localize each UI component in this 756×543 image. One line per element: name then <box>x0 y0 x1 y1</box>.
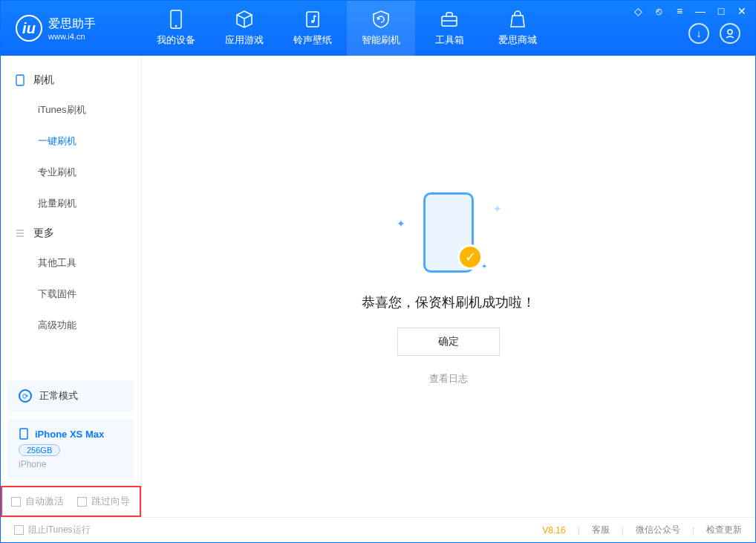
section-label: 刷机 <box>33 74 54 87</box>
mode-card[interactable]: ⟳ 正常模式 <box>8 380 134 412</box>
svg-point-3 <box>311 20 314 23</box>
wechat-link[interactable]: 微信公众号 <box>636 524 680 536</box>
sidebar-item-advanced[interactable]: 高级功能 <box>1 310 141 341</box>
storage-badge: 256GB <box>19 444 60 456</box>
svg-rect-2 <box>307 12 319 27</box>
svg-point-5 <box>728 30 732 34</box>
body-area: 刷机 iTunes刷机 一键刷机 专业刷机 批量刷机 更多 其他工具 下载固件 … <box>1 56 755 517</box>
minimize-button[interactable]: — <box>694 5 706 17</box>
device-type: iPhone <box>19 459 123 469</box>
tab-device[interactable]: 我的设备 <box>142 1 210 56</box>
section-label: 更多 <box>33 227 54 240</box>
sidebar-item-itunes[interactable]: iTunes刷机 <box>1 94 141 126</box>
tab-store[interactable]: 爱思商城 <box>483 1 552 56</box>
highlighted-options: 自动激活 跳过向导 <box>1 486 141 517</box>
skip-guide-checkbox[interactable]: 跳过向导 <box>77 495 130 508</box>
close-button[interactable]: ✕ <box>736 5 748 17</box>
mode-label: 正常模式 <box>39 389 78 403</box>
sidebar-section-more: 更多 <box>1 219 141 247</box>
tab-label: 智能刷机 <box>362 33 400 47</box>
sidebar-bottom: ⟳ 正常模式 iPhone XS Max 256GB iPhone <box>1 373 141 486</box>
success-message: 恭喜您，保资料刷机成功啦！ <box>362 293 535 311</box>
success-illustration: ✦ ✦ ✦ ✓ <box>389 188 508 277</box>
version-label: V8.16 <box>542 525 565 536</box>
block-itunes-checkbox[interactable]: 阻止iTunes运行 <box>14 524 91 536</box>
device-card[interactable]: iPhone XS Max 256GB iPhone <box>8 419 134 478</box>
support-link[interactable]: 客服 <box>592 524 610 536</box>
maximize-button[interactable]: □ <box>715 5 727 17</box>
refresh-shield-icon <box>371 10 391 29</box>
sparkle-icon: ✦ <box>493 203 499 209</box>
nav-tabs: 我的设备 应用游戏 铃声壁纸 智能刷机 工具箱 爱思商城 <box>142 1 552 56</box>
separator: | <box>578 525 580 536</box>
music-icon <box>303 10 322 29</box>
sidebar-item-pro[interactable]: 专业刷机 <box>1 157 141 188</box>
phone-small-icon <box>19 428 29 440</box>
statusbar: 阻止iTunes运行 V8.16 | 客服 | 微信公众号 | 检查更新 <box>1 517 755 542</box>
menu-icon[interactable]: ≡ <box>674 5 685 17</box>
sidebar-item-batch[interactable]: 批量刷机 <box>1 188 141 219</box>
list-icon <box>14 227 26 239</box>
titlebar: iu 爱思助手 www.i4.cn 我的设备 应用游戏 铃声壁纸 智能刷机 <box>1 1 755 56</box>
app-title: 爱思助手 <box>48 16 96 32</box>
auto-activate-checkbox[interactable]: 自动激活 <box>11 495 64 508</box>
device-name-row: iPhone XS Max <box>19 428 123 440</box>
statusbar-right: V8.16 | 客服 | 微信公众号 | 检查更新 <box>542 524 742 536</box>
sidebar-item-other[interactable]: 其他工具 <box>1 247 141 279</box>
tab-label: 爱思商城 <box>498 33 537 47</box>
checkbox-box <box>14 525 24 535</box>
lock-icon[interactable]: ⎋ <box>653 5 665 17</box>
checkbox-label: 自动激活 <box>25 495 64 508</box>
logo-area: iu 爱思助手 www.i4.cn <box>1 15 142 42</box>
ok-button[interactable]: 确定 <box>397 328 500 356</box>
tab-apps[interactable]: 应用游戏 <box>210 1 278 56</box>
check-update-link[interactable]: 检查更新 <box>706 524 742 536</box>
sidebar: 刷机 iTunes刷机 一键刷机 专业刷机 批量刷机 更多 其他工具 下载固件 … <box>1 56 142 517</box>
separator: | <box>692 525 694 536</box>
view-log-link[interactable]: 查看日志 <box>429 372 468 386</box>
checkbox-box <box>77 497 87 507</box>
device-name: iPhone XS Max <box>35 429 104 440</box>
user-icon[interactable] <box>720 23 740 44</box>
sidebar-section-flash: 刷机 <box>1 66 141 94</box>
app-url: www.i4.cn <box>48 32 96 41</box>
logo-icon: iu <box>16 15 42 42</box>
svg-rect-6 <box>16 75 24 85</box>
sync-icon: ⟳ <box>19 389 32 403</box>
svg-point-1 <box>175 25 177 27</box>
app-window: iu 爱思助手 www.i4.cn 我的设备 应用游戏 铃声壁纸 智能刷机 <box>0 0 756 543</box>
tab-flash[interactable]: 智能刷机 <box>347 1 415 56</box>
tab-toolbox[interactable]: 工具箱 <box>415 1 483 56</box>
logo-text: 爱思助手 www.i4.cn <box>48 16 96 41</box>
device-icon <box>166 10 186 29</box>
checkbox-label: 阻止iTunes运行 <box>28 524 91 536</box>
checkmark-badge-icon: ✓ <box>457 244 483 270</box>
cube-icon <box>235 10 254 29</box>
svg-rect-7 <box>20 429 27 439</box>
tab-label: 我的设备 <box>157 33 195 47</box>
checkbox-box <box>11 497 21 507</box>
sidebar-item-oneclick[interactable]: 一键刷机 <box>1 126 141 157</box>
tab-ringtone[interactable]: 铃声壁纸 <box>278 1 347 56</box>
checkbox-label: 跳过向导 <box>91 495 130 508</box>
tab-label: 应用游戏 <box>225 33 264 47</box>
bag-icon <box>508 10 527 29</box>
tshirt-icon[interactable]: ◇ <box>632 5 644 17</box>
sidebar-item-firmware[interactable]: 下载固件 <box>1 279 141 310</box>
tab-label: 工具箱 <box>435 33 464 47</box>
window-controls: ◇ ⎋ ≡ — □ ✕ <box>632 5 748 17</box>
sparkle-icon: ✦ <box>397 218 403 224</box>
toolbox-icon <box>440 10 459 29</box>
header-right-icons: ↓ <box>688 23 740 44</box>
separator: | <box>622 525 624 536</box>
sparkle-icon: ✦ <box>481 262 487 268</box>
download-icon[interactable]: ↓ <box>688 23 709 44</box>
tab-label: 铃声壁纸 <box>293 33 332 47</box>
main-content: ✦ ✦ ✦ ✓ 恭喜您，保资料刷机成功啦！ 确定 查看日志 <box>142 56 755 517</box>
phone-icon <box>14 74 26 86</box>
